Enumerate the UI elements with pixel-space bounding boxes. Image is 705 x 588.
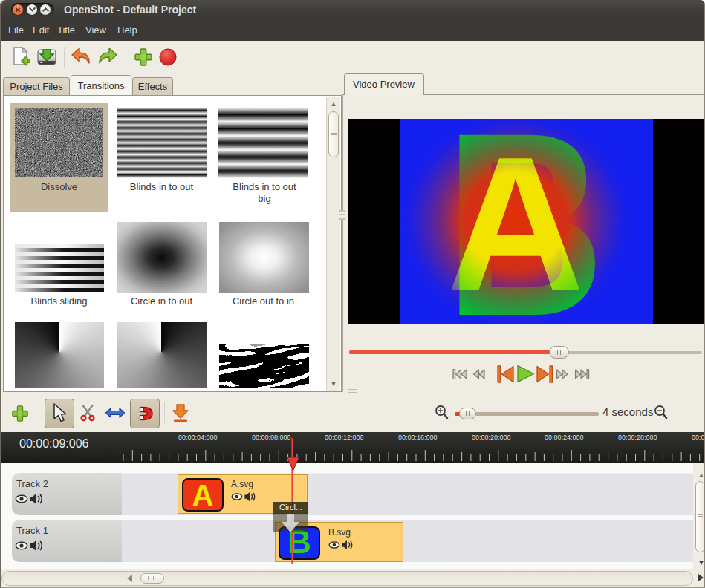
svg-text:A: A [446,119,585,324]
